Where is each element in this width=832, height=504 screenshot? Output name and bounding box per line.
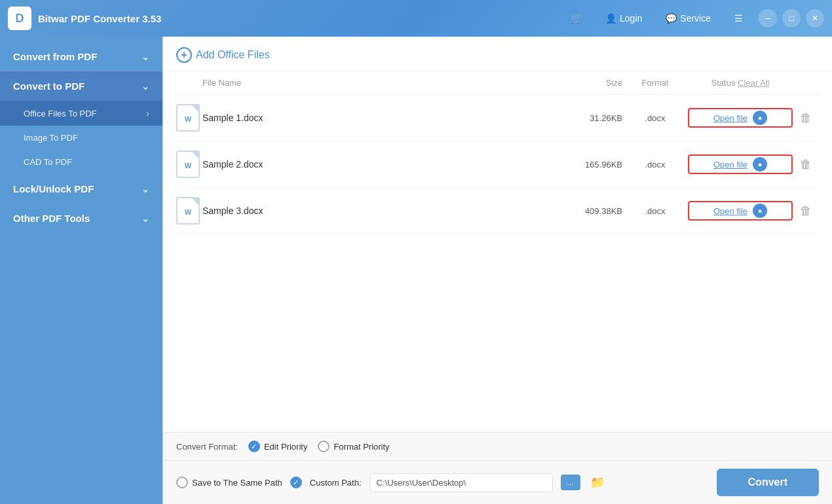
sidebar-item-other-tools[interactable]: Other PDF Tools ⌄ xyxy=(0,204,162,233)
sidebar: Convert from PDF ⌄ Convert to PDF ⌄ Offi… xyxy=(0,37,162,504)
clear-all-button[interactable]: Clear All xyxy=(738,78,769,88)
sidebar-label-convert-to: Convert to PDF xyxy=(13,81,85,92)
table-row: W Sample 1.docx 31.26KB .docx Open file … xyxy=(176,95,819,141)
file-icon-2: W xyxy=(176,151,200,178)
word-icon-2: W xyxy=(185,162,191,170)
header-file-name: File Name xyxy=(202,78,544,88)
header-actions: 🛒 👤 Login 💬 Service ☰ xyxy=(565,10,748,26)
delete-button-1[interactable]: 🗑 xyxy=(793,111,819,125)
window-controls: ─ □ ✕ xyxy=(759,9,824,27)
table-header: File Name Size Format Status Clear All xyxy=(176,71,819,95)
content-area: + Add Office Files File Name Size Format… xyxy=(162,37,832,504)
cart-button[interactable]: 🛒 xyxy=(565,10,587,26)
status-highlight-1: Open file ● xyxy=(688,108,793,128)
table-row: W Sample 2.docx 165.96KB .docx Open file… xyxy=(176,141,819,188)
sidebar-label-cad: CAD To PDF xyxy=(24,157,72,167)
sidebar-item-lock-unlock-pdf[interactable]: Lock/Unlock PDF ⌄ xyxy=(0,174,162,204)
file-icon-col-2: W xyxy=(176,151,202,178)
open-file-link-2[interactable]: Open file xyxy=(713,160,747,170)
file-status-icon-2: ● xyxy=(753,157,767,171)
chevron-down-icon-lock: ⌄ xyxy=(142,184,149,194)
delete-button-3[interactable]: 🗑 xyxy=(793,204,819,218)
sidebar-item-cad-to-pdf[interactable]: CAD To PDF xyxy=(0,150,162,174)
open-file-link-3[interactable]: Open file xyxy=(713,206,747,216)
path-bar: Save to The Same Path Custom Path: ... 📁… xyxy=(163,461,832,504)
app-icon: D xyxy=(8,7,31,30)
custom-path-radio[interactable] xyxy=(290,477,302,488)
chevron-down-icon-other: ⌄ xyxy=(142,213,149,224)
action-bar: + Add Office Files xyxy=(163,37,832,71)
main-layout: Convert from PDF ⌄ Convert to PDF ⌄ Offi… xyxy=(0,37,832,504)
close-button[interactable]: ✕ xyxy=(806,9,824,27)
convert-button[interactable]: Convert xyxy=(717,469,819,496)
table-row: W Sample 3.docx 409.38KB .docx Open file… xyxy=(176,188,819,234)
add-files-label: Add Office Files xyxy=(196,49,270,61)
file-status-icon-3: ● xyxy=(753,204,767,218)
file-status-icon-1: ● xyxy=(753,111,767,125)
app-title: Bitwar PDF Converter 3.53 xyxy=(38,13,565,24)
sidebar-label-convert-from: Convert from PDF xyxy=(13,51,97,62)
file-format-3: .docx xyxy=(622,206,688,216)
chevron-right-icon: ⌄ xyxy=(142,81,149,92)
custom-path-label: Custom Path: xyxy=(310,478,362,488)
word-icon: W xyxy=(185,115,191,123)
format-priority-radio[interactable] xyxy=(318,441,330,452)
menu-button[interactable]: ☰ xyxy=(729,10,748,26)
sidebar-item-image-to-pdf[interactable]: Image To PDF xyxy=(0,126,162,150)
minimize-button[interactable]: ─ xyxy=(759,9,777,27)
file-size-1: 31.26KB xyxy=(544,113,622,123)
add-files-button[interactable]: + Add Office Files xyxy=(176,47,270,63)
status-highlight-3: Open file ● xyxy=(688,201,793,221)
maximize-button[interactable]: □ xyxy=(782,9,801,27)
file-format-1: .docx xyxy=(622,113,688,123)
convert-format-label: Convert Format: xyxy=(176,442,238,452)
login-button[interactable]: 👤 Login xyxy=(600,10,647,26)
file-status-1: Open file ● xyxy=(688,108,793,128)
sidebar-label-other: Other PDF Tools xyxy=(13,213,90,224)
service-button[interactable]: 💬 Service xyxy=(660,10,716,26)
file-size-2: 165.96KB xyxy=(544,160,622,170)
format-priority-option[interactable]: Format Priority xyxy=(318,441,389,452)
browse-button[interactable]: ... xyxy=(561,475,580,490)
service-label: Service xyxy=(680,13,711,24)
file-table: File Name Size Format Status Clear All W… xyxy=(163,71,832,432)
user-icon: 👤 xyxy=(605,13,616,24)
cart-icon: 🛒 xyxy=(571,13,582,24)
sidebar-item-office-to-pdf[interactable]: Office Files To PDF › xyxy=(0,101,162,126)
word-icon-3: W xyxy=(185,208,191,216)
edit-priority-radio[interactable] xyxy=(248,441,260,452)
save-same-path-radio[interactable] xyxy=(176,477,188,488)
title-bar: D Bitwar PDF Converter 3.53 🛒 👤 Login 💬 … xyxy=(0,0,832,37)
plus-circle-icon: + xyxy=(176,47,192,63)
file-icon: W xyxy=(176,104,200,132)
sidebar-item-convert-to-pdf[interactable]: Convert to PDF ⌄ xyxy=(0,71,162,101)
file-size-3: 409.38KB xyxy=(544,206,622,216)
header-status: Status Clear All xyxy=(688,78,793,88)
save-same-path-option[interactable]: Save to The Same Path xyxy=(176,477,282,488)
file-name-3: Sample 3.docx xyxy=(202,206,544,216)
sidebar-label-image: Image To PDF xyxy=(24,133,78,143)
chevron-down-icon: ⌄ xyxy=(142,52,149,62)
open-file-link-1[interactable]: Open file xyxy=(713,113,747,123)
file-icon-col: W xyxy=(176,104,202,132)
file-name-2: Sample 2.docx xyxy=(202,159,544,170)
menu-icon: ☰ xyxy=(734,13,743,24)
file-icon-3: W xyxy=(176,197,200,225)
file-status-3: Open file ● xyxy=(688,201,793,221)
bottom-bar: Convert Format: Edit Priority Format Pri… xyxy=(163,432,832,504)
sidebar-item-convert-from-pdf[interactable]: Convert from PDF ⌄ xyxy=(0,42,162,71)
format-priority-label: Format Priority xyxy=(333,442,389,452)
sidebar-label-lock: Lock/Unlock PDF xyxy=(13,183,94,194)
edit-priority-option[interactable]: Edit Priority xyxy=(248,441,307,452)
delete-button-2[interactable]: 🗑 xyxy=(793,158,819,171)
path-input[interactable] xyxy=(369,473,553,492)
header-format: Format xyxy=(622,78,688,88)
file-status-2: Open file ● xyxy=(688,154,793,174)
format-bar: Convert Format: Edit Priority Format Pri… xyxy=(163,433,832,461)
folder-button[interactable]: 📁 xyxy=(588,473,607,492)
file-name-1: Sample 1.docx xyxy=(202,113,544,123)
login-label: Login xyxy=(620,13,642,24)
file-format-2: .docx xyxy=(622,160,688,170)
file-icon-col-3: W xyxy=(176,197,202,225)
header-size: Size xyxy=(544,78,622,88)
